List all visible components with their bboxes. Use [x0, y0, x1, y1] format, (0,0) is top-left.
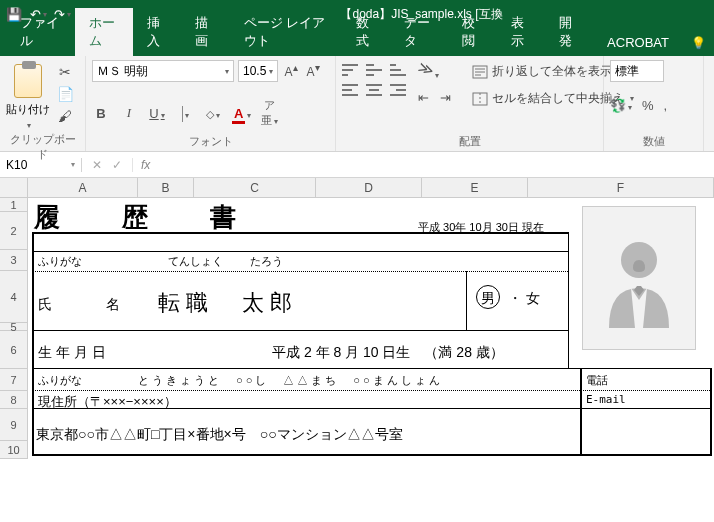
name-value[interactable]: 転職 太郎	[158, 288, 298, 318]
col-header-A[interactable]: A	[28, 178, 138, 197]
row-header[interactable]: 9	[0, 409, 27, 441]
row-header[interactable]: 5	[0, 323, 27, 331]
chevron-down-icon[interactable]: ▾	[27, 121, 31, 130]
tab-acrobat[interactable]: ACROBAT	[593, 29, 683, 56]
cut-icon[interactable]: ✂	[56, 64, 74, 80]
comma-format-icon[interactable]: ,	[664, 98, 668, 113]
align-bottom-icon[interactable]	[390, 64, 406, 76]
orientation-icon[interactable]: ≫▾	[416, 58, 460, 89]
format-painter-icon[interactable]: 🖌	[56, 108, 74, 124]
font-name-combo[interactable]: ＭＳ 明朝▾	[92, 60, 234, 82]
row-header[interactable]: 1	[0, 198, 27, 212]
tab-review[interactable]: 校閲	[448, 8, 496, 56]
name-furigana-sei[interactable]: てんしょく	[168, 254, 223, 269]
row-header[interactable]: 8	[0, 391, 27, 409]
tab-home[interactable]: ホーム	[75, 8, 133, 56]
addr-furigana-label[interactable]: ふりがな	[38, 373, 82, 388]
increase-indent-icon[interactable]: ⇥	[440, 90, 458, 105]
fx-icon[interactable]: fx	[133, 158, 158, 172]
photo-placeholder[interactable]	[582, 206, 696, 350]
col-header-C[interactable]: C	[194, 178, 316, 197]
bold-button[interactable]: B	[92, 106, 110, 121]
border-button[interactable]: ▾	[176, 106, 194, 121]
name-label[interactable]: 氏 名	[38, 296, 140, 314]
paste-label: 貼り付け	[6, 102, 50, 117]
gender-female[interactable]: 女	[526, 290, 540, 308]
clipboard-group-label: クリップボード	[6, 130, 79, 162]
enter-formula-icon[interactable]: ✓	[112, 158, 122, 172]
alignment-group-label: 配置	[342, 132, 597, 149]
accounting-format-icon[interactable]: 💱▾	[610, 98, 632, 113]
row-header[interactable]: 6	[0, 331, 27, 369]
underline-button[interactable]: U▾	[148, 106, 166, 121]
align-top-icon[interactable]	[342, 64, 358, 76]
tab-file[interactable]: ファイル	[6, 8, 75, 56]
tab-data[interactable]: データ	[390, 8, 448, 56]
copy-icon[interactable]: 📄	[56, 86, 74, 102]
font-size-combo[interactable]: 10.5▾	[238, 60, 278, 82]
row-header[interactable]: 3	[0, 250, 27, 271]
birth-value[interactable]: 平成 2 年 8 月 10 日生 （満 28 歳）	[272, 344, 504, 362]
font-group-label: フォント	[92, 132, 329, 149]
birth-label[interactable]: 生年月日	[38, 344, 110, 362]
addr-furigana[interactable]: とうきょうと ○○し △△まち ○○まんしょん	[138, 373, 443, 388]
col-header-E[interactable]: E	[422, 178, 528, 197]
increase-font-icon[interactable]: A▴	[282, 62, 300, 80]
tab-insert[interactable]: 挿入	[133, 8, 181, 56]
paste-icon	[14, 64, 42, 98]
name-furigana-mei[interactable]: たろう	[250, 254, 283, 269]
decrease-font-icon[interactable]: A▾	[304, 62, 322, 80]
align-center-icon[interactable]	[366, 84, 382, 96]
tab-draw[interactable]: 描画	[181, 8, 229, 56]
row-header[interactable]: 10	[0, 441, 27, 459]
number-group-label: 数値	[610, 132, 697, 149]
col-header-F[interactable]: F	[528, 178, 714, 197]
align-left-icon[interactable]	[342, 84, 358, 96]
decrease-indent-icon[interactable]: ⇤	[418, 90, 436, 105]
select-all-corner[interactable]	[0, 178, 28, 197]
gender-separator: ・	[508, 290, 522, 308]
number-format-combo[interactable]: 標準	[610, 60, 664, 82]
col-header-D[interactable]: D	[316, 178, 422, 197]
font-color-button[interactable]: A▾	[232, 106, 250, 121]
tab-developer[interactable]: 開発	[545, 8, 593, 56]
tab-formulas[interactable]: 数式	[342, 8, 390, 56]
col-header-B[interactable]: B	[138, 178, 194, 197]
resume-title[interactable]: 履 歴 書	[34, 200, 254, 235]
tab-pagelayout[interactable]: ページ レイアウト	[230, 8, 342, 56]
furigana-label[interactable]: ふりがな	[38, 254, 82, 269]
email-label[interactable]: E-mail	[586, 393, 626, 406]
gender-selected-circle	[476, 285, 500, 309]
addr-label[interactable]: 現住所（〒×××−××××）	[38, 393, 177, 411]
addr-value[interactable]: 東京都○○市△△町□丁目×番地×号 ○○マンション△△号室	[36, 426, 403, 444]
fill-color-button[interactable]: ◇▾	[204, 106, 222, 121]
italic-button[interactable]: I	[120, 105, 138, 121]
tab-view[interactable]: 表示	[497, 8, 545, 56]
row-header[interactable]: 4	[0, 271, 27, 323]
align-middle-icon[interactable]	[366, 64, 382, 76]
tell-me-icon[interactable]: 💡	[683, 30, 714, 56]
cancel-formula-icon[interactable]: ✕	[92, 158, 102, 172]
paste-button[interactable]: 貼り付け ▾	[6, 60, 50, 130]
row-header[interactable]: 2	[0, 212, 27, 250]
row-header[interactable]: 7	[0, 369, 27, 391]
phonetic-button[interactable]: ア亜▾	[260, 98, 278, 128]
percent-format-icon[interactable]: %	[642, 98, 654, 113]
tel-label[interactable]: 電話	[586, 373, 608, 388]
align-right-icon[interactable]	[390, 84, 406, 96]
